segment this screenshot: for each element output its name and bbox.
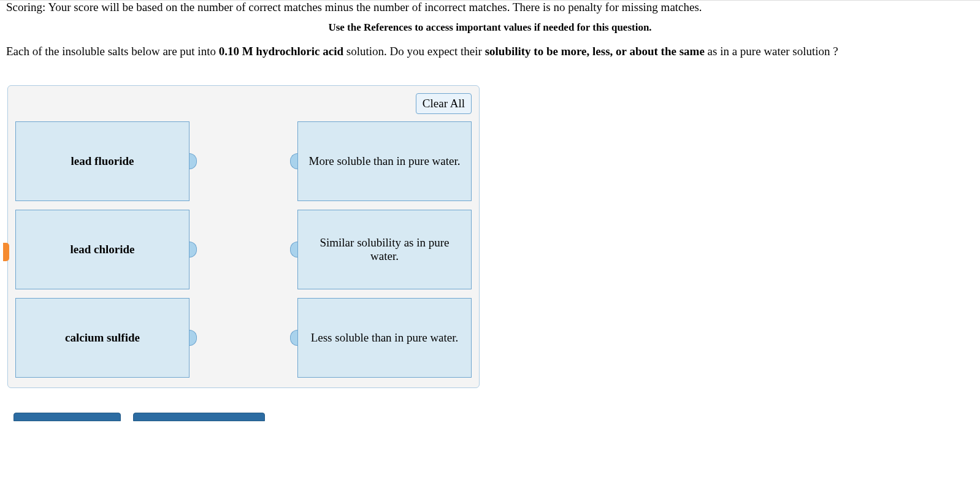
- left-item-lead-chloride[interactable]: lead chloride: [15, 210, 189, 289]
- clear-all-button[interactable]: Clear All: [416, 93, 472, 114]
- question-text: Each of the insoluble salts below are pu…: [6, 45, 974, 58]
- action-button[interactable]: [133, 413, 265, 421]
- right-item-similar-soluble[interactable]: Similar solubility as in pure water.: [297, 210, 472, 289]
- match-row: lead fluoride More soluble than in pure …: [15, 121, 472, 201]
- right-item-more-soluble[interactable]: More soluble than in pure water.: [297, 121, 472, 201]
- action-button[interactable]: [13, 413, 121, 421]
- connector-in-icon[interactable]: [290, 330, 297, 346]
- references-text: Use the References to access important v…: [6, 21, 974, 34]
- scoring-text: Scoring: Your score will be based on the…: [6, 1, 974, 14]
- connector-out-icon[interactable]: [189, 153, 197, 169]
- connector-in-icon[interactable]: [290, 153, 297, 169]
- left-item-calcium-sulfide[interactable]: calcium sulfide: [15, 298, 189, 378]
- match-row: lead chloride Similar solubility as in p…: [15, 210, 472, 289]
- connector-out-icon[interactable]: [189, 242, 197, 258]
- match-row: calcium sulfide Less soluble than in pur…: [15, 298, 472, 378]
- matching-widget: Clear All lead fluoride More soluble tha…: [7, 85, 480, 388]
- side-tab[interactable]: [3, 243, 9, 261]
- left-item-lead-fluoride[interactable]: lead fluoride: [15, 121, 189, 201]
- right-item-less-soluble[interactable]: Less soluble than in pure water.: [297, 298, 472, 378]
- connector-in-icon[interactable]: [290, 242, 297, 258]
- connector-out-icon[interactable]: [189, 330, 197, 346]
